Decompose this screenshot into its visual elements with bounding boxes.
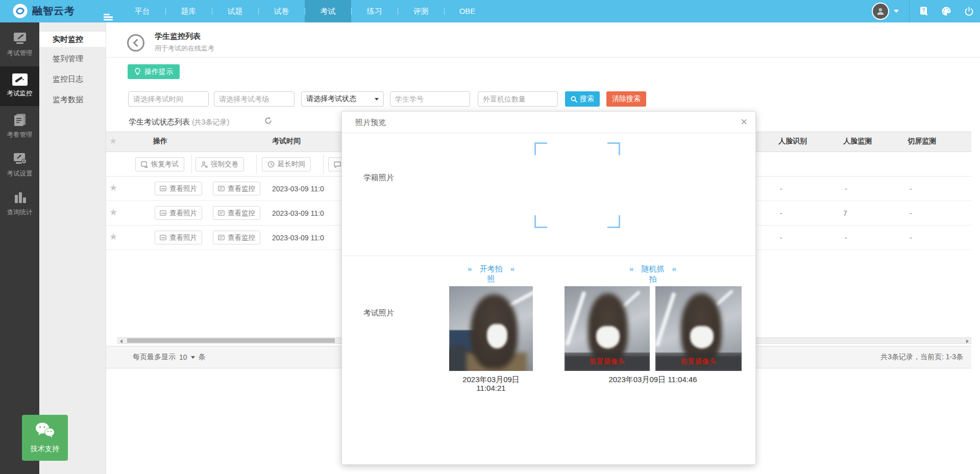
- exam-start-photo[interactable]: [449, 286, 533, 371]
- col-face-recognition: 人脸识别: [778, 137, 807, 146]
- wechat-icon: [34, 422, 56, 439]
- star-icon[interactable]: ★: [109, 182, 117, 193]
- search-button[interactable]: 搜索: [565, 91, 600, 107]
- nav-item-obe[interactable]: OBE: [444, 0, 491, 22]
- random-capture-photo[interactable]: 前置摄像头: [655, 286, 742, 371]
- page-size-control[interactable]: 每页最多显示 10 条: [133, 353, 206, 362]
- extend-time-icon: [267, 161, 275, 168]
- photo-face-mask-region: [596, 326, 620, 348]
- table-title: 学生考试状态列表 (共3条记录): [129, 117, 229, 127]
- camera-label-band: 前置摄像头: [565, 353, 650, 371]
- svg-text:?: ?: [922, 8, 925, 13]
- operation-tip-button[interactable]: 操作提示: [128, 64, 180, 79]
- restore-exam-button[interactable]: 恢复考试: [135, 157, 184, 171]
- sidebar-item-exam-manage[interactable]: 考试管理: [0, 31, 39, 58]
- screen-monitor-cell: -: [910, 209, 912, 217]
- sidebar-item-exam-settings[interactable]: 考试设置: [0, 151, 39, 178]
- scrollbar-thumb[interactable]: [127, 338, 335, 343]
- col-exam-time: 考试时间: [272, 137, 301, 146]
- extend-time-button[interactable]: 延长时间: [262, 157, 311, 171]
- avatar[interactable]: ?: [872, 3, 889, 20]
- back-button[interactable]: [127, 34, 144, 52]
- logout-button[interactable]: [958, 0, 980, 22]
- monitor-card-icon: [218, 210, 225, 216]
- view-monitor-button[interactable]: 查看监控: [213, 182, 260, 195]
- left-sidebar: 考试管理 考试监控 考卷管理 考试设置 查询统计: [0, 22, 39, 474]
- scroll-right-arrow-icon[interactable]: [966, 339, 969, 343]
- nav-item-platform[interactable]: 平台: [119, 0, 165, 22]
- divider: [909, 0, 910, 22]
- submenu-item-monitor-log[interactable]: 监控日志: [39, 71, 106, 87]
- submenu-item-realtime-monitor[interactable]: 实时监控: [39, 32, 106, 47]
- nav-item-practice[interactable]: 练习: [351, 0, 398, 22]
- modal-title: 照片预览: [355, 118, 386, 128]
- submenu-item-proctor-data[interactable]: 监考数据: [39, 92, 106, 107]
- divider: [191, 155, 192, 173]
- star-icon[interactable]: ★: [109, 207, 117, 218]
- secondary-sidebar: 实时监控 签到管理 监控日志 监考数据: [39, 22, 106, 474]
- exam-time-input[interactable]: [128, 91, 209, 107]
- page-subtitle: 用于考试的在线监考: [155, 44, 214, 53]
- nav-item-questions[interactable]: 试题: [212, 0, 258, 22]
- camera-count-input[interactable]: [478, 91, 558, 107]
- refresh-button[interactable]: [264, 117, 272, 127]
- sidebar-item-paper-manage[interactable]: 考卷管理: [0, 112, 39, 139]
- lightbulb-icon: [134, 68, 141, 76]
- exam-time-cell: 2023-03-09 11:0: [272, 209, 324, 217]
- nav-item-papers[interactable]: 试卷: [258, 0, 305, 22]
- random-capture-photo[interactable]: 前置摄像头: [565, 286, 650, 371]
- exam-settings-icon: [12, 151, 28, 166]
- student-id-input[interactable]: [390, 91, 470, 107]
- view-monitor-button[interactable]: 查看监控: [213, 206, 260, 220]
- theme-palette-button[interactable]: [935, 0, 958, 22]
- monitor-card-icon: [218, 235, 225, 240]
- nav-item-exam[interactable]: 考试: [305, 0, 351, 22]
- photo-card-icon: [160, 235, 166, 240]
- exam-status-select[interactable]: 请选择考试状态: [301, 91, 384, 107]
- start-exam-photo-tab[interactable]: 开考拍照: [479, 264, 503, 284]
- view-photos-button[interactable]: 查看照片: [155, 231, 202, 244]
- restore-exam-icon: [141, 161, 148, 168]
- nav-item-evaluation[interactable]: 评测: [398, 0, 444, 22]
- chevron-down-icon: [894, 10, 899, 13]
- star-icon[interactable]: ★: [109, 231, 117, 242]
- tech-support-button[interactable]: 技术支持: [22, 415, 68, 461]
- paper-manage-icon: [12, 112, 28, 128]
- force-submit-icon: [201, 161, 208, 168]
- app-logo: 融智云考: [12, 3, 75, 19]
- star-column-header-icon: ★: [109, 136, 117, 146]
- scroll-left-arrow-icon[interactable]: [120, 339, 122, 343]
- help-button[interactable]: ?: [913, 0, 935, 22]
- menu-collapse-icon[interactable]: [104, 14, 113, 20]
- submenu-item-checkin-manage[interactable]: 签到管理: [39, 51, 106, 66]
- palette-icon: [941, 6, 951, 16]
- view-monitor-button[interactable]: 查看监控: [213, 231, 260, 244]
- page-title: 学生监控列表: [155, 32, 201, 41]
- nav-item-question-bank[interactable]: 题库: [165, 0, 212, 22]
- photo-light-streak: [715, 289, 734, 307]
- sidebar-item-statistics[interactable]: 查询统计: [0, 191, 39, 217]
- monitor-card-icon: [218, 186, 225, 191]
- view-photos-button[interactable]: 查看照片: [155, 182, 202, 195]
- pagination-summary: 共3条记录，当前页: 1-3条: [880, 353, 963, 362]
- chevron-down-icon[interactable]: [191, 356, 195, 359]
- page-size-value: 10: [179, 353, 187, 361]
- clear-search-button[interactable]: 清除搜索: [606, 91, 646, 107]
- photo-light-streak: [655, 292, 676, 346]
- force-submit-button[interactable]: 强制交卷: [195, 157, 244, 171]
- close-icon[interactable]: ×: [741, 115, 747, 129]
- exam-manage-icon: [12, 31, 28, 46]
- photo-card-icon: [160, 186, 166, 191]
- exam-monitor-icon: [12, 73, 28, 86]
- user-menu[interactable]: ?: [872, 3, 899, 20]
- exam-time-cell: 2023-03-09 11:0: [272, 234, 324, 242]
- exam-room-input[interactable]: [214, 91, 295, 107]
- search-icon: [571, 96, 577, 103]
- random-capture-tab[interactable]: 随机抓拍: [641, 264, 665, 284]
- chevron-down-icon: [375, 98, 379, 101]
- refresh-icon: [264, 117, 272, 124]
- statistics-icon: [12, 191, 28, 205]
- col-operation: 操作: [153, 137, 167, 146]
- sidebar-item-exam-monitor[interactable]: 考试监控: [0, 66, 39, 106]
- view-photos-button[interactable]: 查看照片: [155, 206, 202, 220]
